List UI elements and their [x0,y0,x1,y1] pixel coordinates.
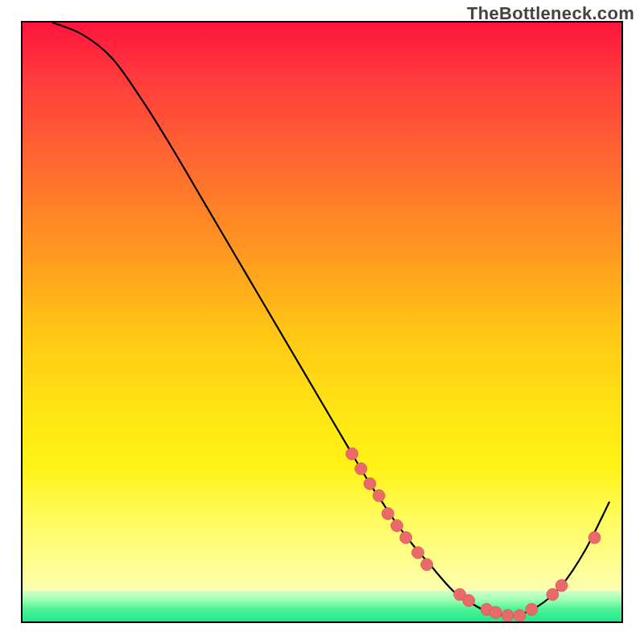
plot-area [21,21,623,623]
curve-layer [23,23,621,621]
marker-cluster-mid-1 [346,448,358,460]
marker-cluster-mid-6 [391,519,403,531]
curve-markers [346,448,601,621]
marker-cluster-mid-8 [412,547,424,559]
marker-cluster-mid-9 [421,559,433,571]
marker-bottom-7 [526,604,538,616]
marker-cluster-mid-7 [400,531,412,543]
marker-cluster-mid-5 [382,508,394,520]
marker-cluster-mid-3 [364,477,376,489]
marker-bottom-2 [463,594,475,606]
marker-cluster-mid-2 [355,463,367,475]
marker-upturn-2 [555,580,568,592]
marker-bottom-6 [514,609,526,621]
marker-bottom-5 [502,609,514,621]
marker-upturn-3 [588,531,601,543]
chart-stage: TheBottleneck.com [0,0,644,644]
bottleneck-curve [52,23,609,616]
marker-bottom-4 [489,606,502,618]
marker-upturn-1 [547,588,559,601]
marker-cluster-mid-4 [373,489,385,502]
